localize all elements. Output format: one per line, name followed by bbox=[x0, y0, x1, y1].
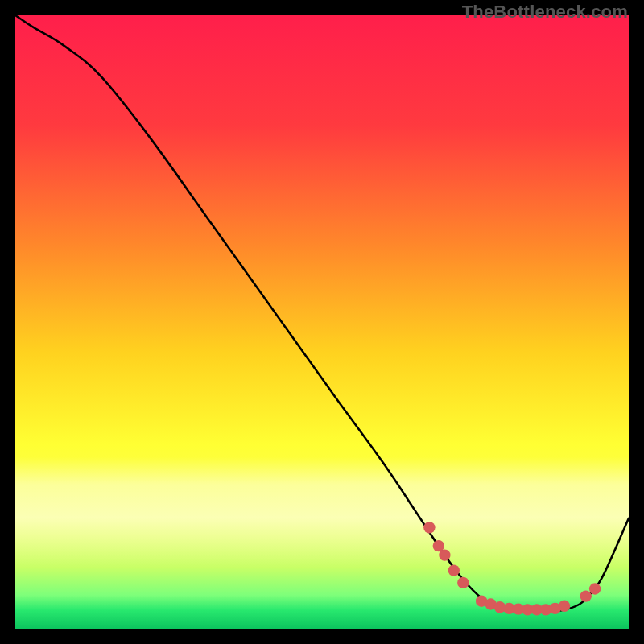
marker-dot bbox=[580, 590, 592, 601]
marker-dot bbox=[448, 564, 460, 576]
plot-area bbox=[15, 15, 629, 629]
plot-outer bbox=[14, 14, 630, 630]
watermark-text: TheBottleneck.com bbox=[462, 2, 628, 23]
chart-frame: TheBottleneck.com bbox=[0, 0, 644, 644]
marker-dot bbox=[559, 601, 570, 612]
marker-dot bbox=[457, 577, 469, 588]
marker-dot bbox=[589, 583, 601, 594]
marker-dot bbox=[423, 522, 435, 533]
marker-dot bbox=[439, 549, 450, 560]
pale-yellow-band bbox=[15, 457, 629, 568]
chart-svg bbox=[15, 15, 629, 629]
